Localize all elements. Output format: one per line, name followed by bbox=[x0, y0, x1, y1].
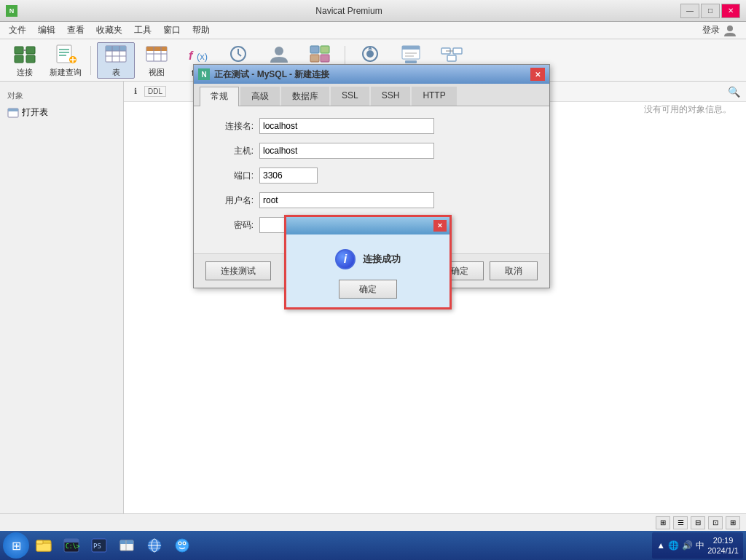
media-icon bbox=[173, 537, 191, 554]
maximize-button[interactable]: □ bbox=[701, 4, 720, 18]
dialog-close-button[interactable]: ✕ bbox=[530, 68, 545, 81]
port-label: 端口: bbox=[208, 170, 259, 182]
sidebar-open-table[interactable]: 打开表 bbox=[3, 104, 120, 121]
password-label: 密码: bbox=[208, 219, 259, 232]
panel-view-btn[interactable]: ⊡ bbox=[708, 516, 723, 529]
view-label: 视图 bbox=[149, 67, 165, 78]
terminal-icon: C:\>_ bbox=[63, 537, 80, 554]
svg-line-28 bbox=[238, 54, 241, 56]
port-row: 端口: bbox=[208, 167, 535, 184]
dialog-title: 正在测试 - MySQL - 新建连接 bbox=[214, 68, 530, 81]
sidebar-section-label: 对象 bbox=[3, 87, 120, 104]
menu-view[interactable]: 查看 bbox=[61, 23, 90, 38]
svg-rect-5 bbox=[26, 55, 35, 63]
view-button[interactable]: 视图 bbox=[138, 42, 176, 79]
system-tray: ▲ 🌐 🔊 中 20:19 2024/1/1 bbox=[652, 532, 743, 559]
autorun-icon bbox=[399, 43, 423, 66]
taskbar-explorer[interactable] bbox=[31, 534, 57, 557]
menu-favorites[interactable]: 收藏夹 bbox=[90, 23, 128, 38]
tab-http[interactable]: HTTP bbox=[412, 87, 456, 106]
title-bar: N Navicat Premium — □ ✕ bbox=[0, 0, 746, 22]
svg-rect-49 bbox=[36, 540, 43, 544]
info-icon-btn[interactable]: ℹ bbox=[130, 85, 141, 98]
menu-edit[interactable]: 编辑 bbox=[32, 23, 61, 38]
dialog-titlebar: N 正在测试 - MySQL - 新建连接 ✕ bbox=[194, 65, 549, 84]
tray-network[interactable]: 🌐 bbox=[668, 540, 679, 551]
svg-rect-51 bbox=[64, 539, 79, 543]
svg-point-29 bbox=[275, 47, 283, 55]
test-connection-button[interactable]: 连接测试 bbox=[205, 261, 271, 280]
tab-database[interactable]: 数据库 bbox=[281, 87, 329, 106]
username-label: 用户名: bbox=[208, 194, 259, 207]
no-object-info: 没有可用的对象信息。 bbox=[644, 103, 731, 116]
svg-rect-31 bbox=[321, 46, 329, 53]
tab-ssl[interactable]: SSL bbox=[331, 87, 369, 106]
user-icon bbox=[267, 43, 291, 66]
menu-tools[interactable]: 工具 bbox=[128, 23, 157, 38]
new-query-button[interactable]: 新建查询 bbox=[47, 42, 85, 79]
taskbar-terminal[interactable]: C:\>_ bbox=[58, 534, 85, 557]
svg-point-66 bbox=[179, 543, 181, 544]
taskbar-browser[interactable] bbox=[141, 534, 168, 557]
minimize-button[interactable]: — bbox=[680, 4, 699, 18]
status-bar-right: ⊞ ☰ ⊟ ⊡ ⊞ bbox=[656, 516, 740, 529]
connection-name-row: 连接名: bbox=[208, 118, 535, 134]
username-input[interactable] bbox=[259, 192, 434, 208]
svg-rect-6 bbox=[57, 45, 71, 63]
tab-general[interactable]: 常规 bbox=[200, 87, 239, 106]
tray-arrow[interactable]: ▲ bbox=[656, 540, 665, 551]
connection-name-input[interactable] bbox=[259, 118, 434, 134]
tray-ime[interactable]: 中 bbox=[696, 540, 704, 552]
svg-rect-37 bbox=[402, 46, 420, 50]
menu-file[interactable]: 文件 bbox=[3, 23, 32, 38]
svg-point-67 bbox=[184, 543, 185, 544]
app-title: Navicat Premium bbox=[17, 6, 680, 16]
system-clock[interactable]: 20:19 2024/1/1 bbox=[707, 535, 739, 556]
connect-button[interactable]: 连接 bbox=[6, 42, 44, 79]
search-button[interactable]: 🔍 bbox=[728, 86, 740, 98]
dialog-cancel-button[interactable]: 取消 bbox=[490, 261, 538, 280]
menu-window[interactable]: 窗口 bbox=[157, 23, 186, 38]
tab-advanced[interactable]: 高级 bbox=[240, 87, 280, 106]
table-button[interactable]: 表 bbox=[97, 42, 135, 79]
tray-volume[interactable]: 🔊 bbox=[682, 540, 693, 551]
taskbar-media[interactable] bbox=[169, 534, 195, 557]
alert-close-button[interactable]: ✕ bbox=[433, 220, 447, 232]
svg-rect-56 bbox=[120, 540, 133, 544]
connect-label: 连接 bbox=[17, 67, 33, 78]
svg-text:C:\>_: C:\>_ bbox=[66, 543, 79, 550]
start-button[interactable]: ⊞ bbox=[3, 532, 29, 559]
close-button[interactable]: ✕ bbox=[721, 4, 740, 18]
event-icon bbox=[227, 43, 250, 66]
tab-ssh[interactable]: SSH bbox=[371, 87, 411, 106]
host-label: 主机: bbox=[208, 145, 259, 157]
new-query-icon bbox=[54, 43, 77, 66]
list-view-btn[interactable]: ☰ bbox=[673, 516, 688, 529]
alert-dialog: ✕ i 连接成功 确定 bbox=[284, 215, 452, 309]
svg-rect-46 bbox=[8, 109, 18, 111]
app-icon: N bbox=[6, 5, 17, 17]
svg-rect-2 bbox=[26, 47, 35, 54]
svg-point-63 bbox=[176, 539, 189, 552]
split-view-btn[interactable]: ⊞ bbox=[726, 516, 740, 529]
port-input[interactable] bbox=[259, 167, 318, 184]
taskbar: ⊞ C:\>_ PS bbox=[0, 531, 746, 560]
taskbar-file-manager[interactable] bbox=[114, 534, 140, 557]
open-table-icon bbox=[7, 107, 19, 119]
view-icon bbox=[145, 43, 168, 66]
host-input[interactable] bbox=[259, 143, 434, 159]
menu-bar: 文件 编辑 查看 收藏夹 工具 窗口 帮助 登录 bbox=[0, 22, 746, 39]
alert-ok-button[interactable]: 确定 bbox=[339, 280, 397, 299]
login-label[interactable]: 登录 bbox=[702, 24, 720, 36]
menu-help[interactable]: 帮助 bbox=[186, 23, 216, 38]
svg-point-35 bbox=[366, 50, 374, 58]
ddl-icon-btn[interactable]: DDL bbox=[144, 86, 166, 97]
clock-date: 2024/1/1 bbox=[707, 545, 739, 556]
grid-view-btn[interactable]: ⊞ bbox=[656, 516, 670, 529]
detail-view-btn[interactable]: ⊟ bbox=[691, 516, 705, 529]
taskbar-powershell[interactable]: PS bbox=[86, 534, 112, 557]
powershell-icon: PS bbox=[90, 537, 108, 554]
clock-time: 20:19 bbox=[707, 535, 739, 545]
svg-rect-33 bbox=[321, 55, 329, 62]
fx-icon: f (x) bbox=[186, 44, 209, 67]
